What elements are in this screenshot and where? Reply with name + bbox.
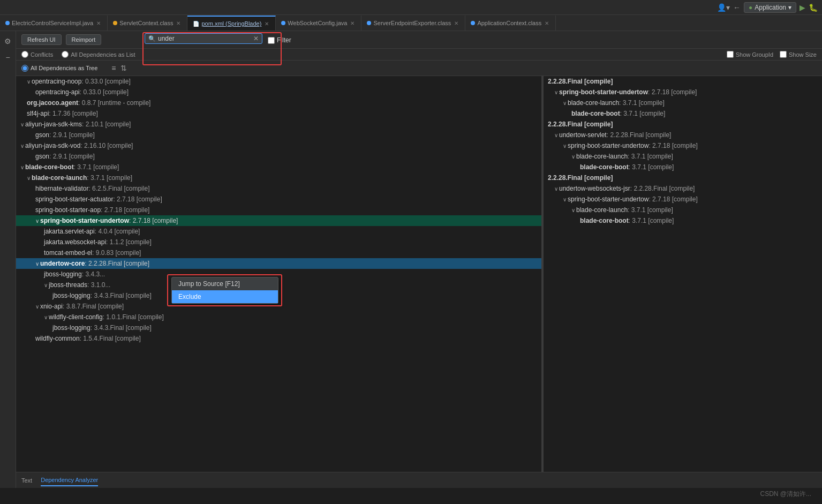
- content-pane: Refresh UI Reimport 🔍 ✕ Filter Conflicts: [16, 31, 822, 488]
- application-button[interactable]: ● Application ▾: [744, 2, 796, 13]
- tree-item[interactable]: ∨ xnio-api : 3.8.7.Final [compile]: [16, 301, 541, 312]
- tab-close-electric[interactable]: ✕: [95, 20, 102, 27]
- tab-bar: ElectricControlServiceImpl.java ✕ Servle…: [0, 15, 822, 31]
- tree-item[interactable]: jboss-logging : 3.4.3...: [16, 269, 541, 280]
- tree-item[interactable]: blade-core-boot : 3.7.1 [compile]: [544, 108, 822, 119]
- back-arrow-icon[interactable]: ←: [733, 3, 741, 12]
- tree-item[interactable]: ∨ aliyun-java-sdk-kms : 2.10.1 [compile]: [16, 119, 541, 130]
- tab-close-appctx[interactable]: ✕: [544, 20, 550, 27]
- tab-appctx[interactable]: ApplicationContext.class ✕: [465, 16, 556, 31]
- filter-label: Filter: [277, 36, 291, 44]
- bottom-tab-text[interactable]: Text: [21, 475, 32, 486]
- item-name: jboss-logging: [44, 270, 82, 278]
- tree-item[interactable]: hibernate-validator : 6.2.5.Final [compi…: [16, 183, 541, 194]
- tab-close-websocket[interactable]: ✕: [349, 20, 356, 27]
- tab-websocket[interactable]: WebSocketConfig.java ✕: [276, 16, 361, 31]
- item-name: jboss-logging: [52, 292, 91, 299]
- tree-item[interactable]: gson : 2.9.1 [compile]: [16, 151, 541, 162]
- tree-item[interactable]: jakarta.servlet-api : 4.0.4 [compile]: [16, 226, 541, 237]
- item-name: aliyun-java-sdk-vod: [25, 142, 80, 149]
- tree-item-selected[interactable]: ∨ undertow-core : 2.2.28.Final [compile]: [16, 258, 541, 269]
- search-box: 🔍 ✕: [145, 33, 262, 44]
- filter-checkbox[interactable]: [268, 37, 275, 44]
- item-name: jboss-logging: [52, 324, 91, 332]
- tree-item[interactable]: ∨ spring-boot-starter-undertow : 2.7.18 …: [544, 140, 822, 151]
- tree-item[interactable]: ∨ jboss-threads : 3.1.0...: [16, 280, 541, 290]
- tree-item[interactable]: tomcat-embed-el : 9.0.83 [compile]: [16, 247, 541, 258]
- tree-item[interactable]: ∨ undertow-servlet : 2.2.28.Final [compi…: [544, 130, 822, 140]
- tree-item[interactable]: slf4j-api : 1.7.36 [compile]: [16, 108, 541, 119]
- item-name: tomcat-embed-el: [44, 249, 92, 257]
- all-deps-list-radio[interactable]: All Dependencies as List: [62, 51, 135, 58]
- sort-icon-2[interactable]: ⇅: [119, 63, 128, 73]
- tree-item[interactable]: ∨ wildfly-client-config : 1.0.1.Final [c…: [16, 312, 541, 322]
- tab-close-server[interactable]: ✕: [453, 20, 459, 27]
- tree-item[interactable]: ∨ blade-core-launch : 3.7.1 [compile]: [544, 151, 822, 162]
- item-version: : 2.7.18 [compile]: [648, 88, 697, 96]
- tab-label-pom: pom.xml (SpringBlade): [201, 20, 261, 27]
- all-deps-tree-radio[interactable]: All Dependencies as Tree: [21, 65, 97, 72]
- search-input[interactable]: [158, 35, 251, 42]
- tree-item[interactable]: ∨ blade-core-launch : 3.7.1 [compile]: [544, 97, 822, 108]
- sort-icon-1[interactable]: ≡: [110, 63, 117, 73]
- tree-item[interactable]: opentracing-api : 0.33.0 [compile]: [16, 87, 541, 97]
- tree-item[interactable]: jakarta.websocket-api : 1.1.2 [compile]: [16, 237, 541, 247]
- chevron-icon: ∨: [571, 207, 575, 213]
- tree-item[interactable]: org.jacoco.agent : 0.8.7 [runtime - comp…: [16, 97, 541, 108]
- tree-item[interactable]: blade-core-boot : 3.7.1 [compile]: [544, 162, 822, 172]
- tree-item[interactable]: wildfly-common : 1.5.4.Final [compile]: [16, 333, 541, 344]
- run-button[interactable]: ▶: [800, 3, 805, 12]
- item-version: : 1.5.4.Final [compile]: [80, 335, 141, 342]
- context-menu-exclude[interactable]: Exclude: [172, 290, 278, 303]
- tab-electric[interactable]: ElectricControlServiceImpl.java ✕: [0, 16, 108, 31]
- tree-item[interactable]: jboss-logging : 3.4.3.Final [compile]: [16, 290, 541, 301]
- tab-server[interactable]: ServerEndpointExporter.class ✕: [361, 16, 465, 31]
- item-name: 2.2.28.Final [compile]: [548, 174, 613, 182]
- item-version: : 1.1.2 [compile]: [106, 238, 152, 246]
- tree-item[interactable]: spring-boot-starter-actuator : 2.7.18 [c…: [16, 194, 541, 205]
- item-version: : 0.33.0 [compile]: [81, 78, 130, 85]
- tree-item[interactable]: blade-core-boot : 3.7.1 [compile]: [544, 215, 822, 226]
- refresh-ui-button[interactable]: Refresh UI: [21, 34, 62, 45]
- tree-item[interactable]: spring-boot-starter-aop : 2.7.18 [compil…: [16, 205, 541, 215]
- app-dropdown-icon: ▾: [788, 4, 791, 11]
- tree-item[interactable]: ∨ opentracing-noop : 0.33.0 [compile]: [16, 76, 541, 87]
- item-name: blade-core-boot: [580, 163, 629, 171]
- tab-close-pom[interactable]: ✕: [263, 20, 270, 27]
- show-groupid-label: Show GroupId: [736, 51, 773, 58]
- reimport-button[interactable]: Reimport: [66, 34, 102, 45]
- item-name: spring-boot-starter-aop: [35, 206, 101, 214]
- tree-item[interactable]: ∨ blade-core-launch : 3.7.1 [compile]: [16, 172, 541, 183]
- tab-close-servlet[interactable]: ✕: [175, 20, 182, 27]
- tree-item[interactable]: gson : 2.9.1 [compile]: [16, 130, 541, 140]
- tree-item[interactable]: ∨ aliyun-java-sdk-vod : 2.16.10 [compile…: [16, 140, 541, 151]
- user-icon[interactable]: 👤▾: [717, 3, 730, 12]
- show-groupid-checkbox[interactable]: Show GroupId: [727, 51, 773, 58]
- tree-item-highlighted[interactable]: ∨ spring-boot-starter-undertow : 2.7.18 …: [16, 215, 541, 226]
- tree-item[interactable]: 2.2.28.Final [compile]: [544, 172, 822, 183]
- tree-item[interactable]: jboss-logging : 3.4.3.Final [compile]: [16, 322, 541, 333]
- tree-item[interactable]: ∨ undertow-websockets-jsr : 2.2.28.Final…: [544, 183, 822, 194]
- item-name: jboss-threads: [49, 281, 87, 289]
- item-name: gson: [35, 153, 49, 160]
- conflicts-radio[interactable]: Conflicts: [21, 51, 53, 58]
- chevron-icon: ∨: [35, 304, 39, 310]
- show-size-checkbox[interactable]: Show Size: [780, 51, 817, 58]
- tree-item[interactable]: ∨ spring-boot-starter-undertow : 2.7.18 …: [544, 194, 822, 205]
- tree-item[interactable]: ∨ blade-core-boot : 3.7.1 [compile]: [16, 162, 541, 172]
- tree-item[interactable]: ∨ spring-boot-starter-undertow : 2.7.18 …: [544, 87, 822, 97]
- tree-item[interactable]: 2.2.28.Final [compile]: [544, 76, 822, 87]
- minus-icon[interactable]: −: [2, 51, 14, 63]
- tree-item[interactable]: ∨ blade-core-launch : 3.7.1 [compile]: [544, 205, 822, 215]
- tree-item[interactable]: 2.2.28.Final [compile]: [544, 119, 822, 130]
- bottom-tab-dependency-analyzer[interactable]: Dependency Analyzer: [41, 475, 98, 486]
- debug-button[interactable]: 🐛: [809, 3, 818, 12]
- tab-servlet[interactable]: ServletContext.class ✕: [108, 16, 187, 31]
- left-dependency-panel[interactable]: ∨ opentracing-noop : 0.33.0 [compile] op…: [16, 76, 544, 472]
- tab-pom[interactable]: 📄 pom.xml (SpringBlade) ✕: [187, 16, 276, 31]
- settings-icon[interactable]: ⚙: [2, 35, 14, 47]
- right-dependency-panel[interactable]: 2.2.28.Final [compile] ∨ spring-boot-sta…: [544, 76, 822, 472]
- context-menu-jump-to-source[interactable]: Jump to Source [F12]: [172, 277, 278, 290]
- search-clear-icon[interactable]: ✕: [253, 35, 259, 42]
- item-version: : 3.4.3.Final [compile]: [91, 292, 152, 299]
